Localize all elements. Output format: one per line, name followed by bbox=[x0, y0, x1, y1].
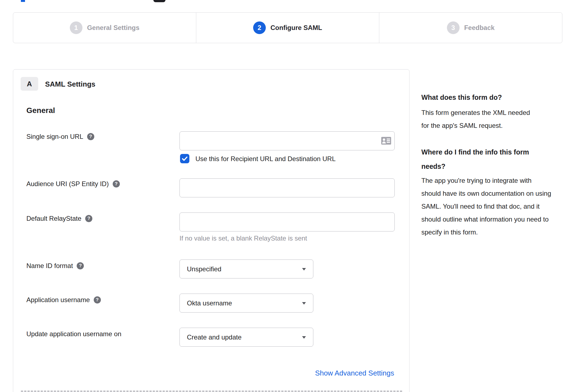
application-username-label-row: Application username ? bbox=[26, 296, 101, 304]
show-advanced-settings-link[interactable]: Show Advanced Settings bbox=[315, 369, 394, 377]
name-id-format-label-row: Name ID format ? bbox=[26, 262, 84, 270]
relaystate-label: Default RelayState bbox=[26, 215, 81, 222]
name-id-format-select[interactable]: Unspecified bbox=[179, 260, 313, 278]
name-id-format-value: Unspecified bbox=[187, 265, 221, 273]
step-general-settings[interactable]: 1 General Settings bbox=[13, 13, 196, 43]
application-username-value: Okta username bbox=[187, 299, 232, 307]
name-id-format-label: Name ID format bbox=[26, 262, 73, 270]
general-section-heading: General bbox=[26, 106, 55, 115]
checkmark-icon bbox=[181, 155, 188, 162]
step-1-circle: 1 bbox=[70, 21, 82, 34]
step-1-label: General Settings bbox=[87, 24, 140, 32]
wizard-stepper: 1 General Settings 2 Configure SAML 3 Fe… bbox=[13, 12, 562, 43]
sso-url-label-row: Single sign-on URL ? bbox=[26, 133, 94, 140]
audience-uri-label-row: Audience URI (SP Entity ID) ? bbox=[26, 180, 120, 188]
step-2-label: Configure SAML bbox=[270, 24, 322, 32]
step-3-label: Feedback bbox=[464, 24, 495, 32]
sidebar-answer-1: This form generates the XML needed for t… bbox=[421, 106, 537, 132]
sidebar-question-1: What does this form do? bbox=[421, 90, 502, 104]
sidebar-question-2: Where do I find the info this form needs… bbox=[421, 145, 545, 173]
section-a-badge: A bbox=[21, 77, 38, 91]
chevron-down-icon bbox=[302, 336, 306, 339]
chevron-down-icon bbox=[302, 268, 306, 270]
step-feedback[interactable]: 3 Feedback bbox=[379, 13, 562, 43]
sso-url-input[interactable] bbox=[179, 131, 395, 150]
application-username-help-icon[interactable]: ? bbox=[94, 296, 101, 303]
sidebar-answer-2: The app you're trying to integrate with … bbox=[421, 174, 553, 239]
name-id-format-help-icon[interactable]: ? bbox=[77, 262, 84, 269]
panel-title: SAML Settings bbox=[45, 80, 95, 89]
cropped-blue-element bbox=[21, 0, 25, 2]
audience-uri-input[interactable] bbox=[179, 178, 395, 197]
update-username-value: Create and update bbox=[187, 333, 242, 341]
relaystate-label-row: Default RelayState ? bbox=[26, 215, 92, 222]
sso-url-help-icon[interactable]: ? bbox=[87, 133, 94, 140]
dashed-section-divider bbox=[21, 391, 402, 392]
chevron-down-icon bbox=[302, 302, 306, 305]
step-2-circle: 2 bbox=[253, 21, 266, 34]
step-configure-saml[interactable]: 2 Configure SAML bbox=[196, 13, 379, 43]
audience-uri-label: Audience URI (SP Entity ID) bbox=[26, 180, 109, 188]
update-username-label: Update application username on bbox=[26, 330, 121, 338]
application-username-label: Application username bbox=[26, 296, 90, 304]
relaystate-hint: If no value is set, a blank RelayState i… bbox=[179, 234, 307, 242]
update-username-select[interactable]: Create and update bbox=[179, 328, 313, 347]
relaystate-help-icon[interactable]: ? bbox=[85, 215, 92, 222]
sso-url-label: Single sign-on URL bbox=[26, 133, 83, 140]
contact-card-icon[interactable] bbox=[381, 136, 391, 146]
use-for-recipient-destination-label: Use this for Recipient URL and Destinati… bbox=[195, 155, 336, 163]
application-username-select[interactable]: Okta username bbox=[179, 294, 313, 313]
audience-uri-help-icon[interactable]: ? bbox=[113, 180, 120, 187]
saml-settings-panel: A SAML Settings General Single sign-on U… bbox=[13, 69, 410, 392]
step-3-circle: 3 bbox=[447, 21, 460, 34]
use-for-recipient-destination-checkbox[interactable] bbox=[180, 154, 189, 163]
relaystate-input[interactable] bbox=[179, 212, 395, 231]
cropped-dark-logo bbox=[153, 0, 165, 2]
update-username-label-row: Update application username on bbox=[26, 330, 121, 338]
